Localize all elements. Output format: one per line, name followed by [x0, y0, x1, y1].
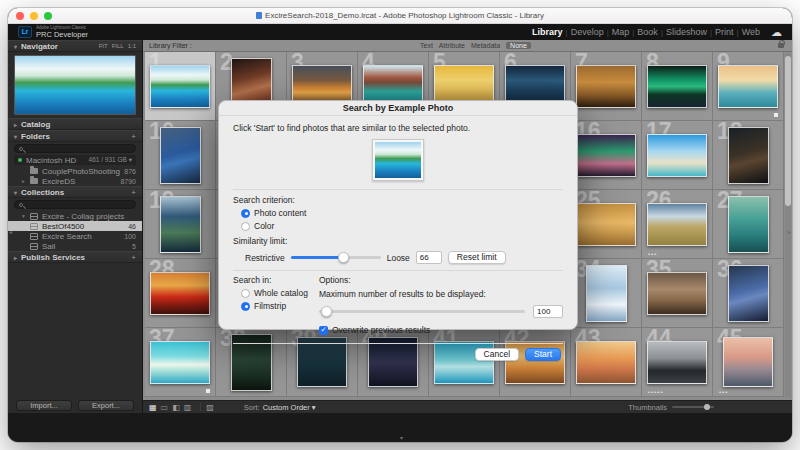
zoom-fit-option[interactable]: FIT — [99, 43, 108, 49]
folders-section-header[interactable]: ▾ Folders + — [8, 130, 142, 142]
photo-thumbnail-snowboarder[interactable] — [586, 265, 627, 322]
expand-right-panel-arrow-icon[interactable]: ▸ — [788, 228, 791, 235]
photo-thumbnail-turquoise-lake-figure[interactable] — [728, 196, 769, 253]
photo-thumbnail-aurora-borealis[interactable] — [647, 65, 707, 108]
loupe-view-icon[interactable]: ▭ — [161, 402, 169, 413]
grid-cell-16[interactable]: 16 — [571, 121, 642, 190]
grid-cell-26[interactable]: 26••• — [642, 190, 713, 259]
grid-cell-43[interactable]: 43 — [571, 328, 642, 397]
navigator-preview-image[interactable] — [14, 55, 136, 115]
add-publish-service-icon[interactable]: + — [131, 253, 136, 262]
photo-thumbnail-showroom-car[interactable] — [576, 65, 636, 108]
import-button[interactable]: Import... — [16, 400, 72, 411]
module-library[interactable]: Library — [532, 27, 563, 37]
thumbnail-size-slider[interactable] — [672, 406, 714, 408]
photo-thumbnail-blue-light-portrait[interactable] — [728, 265, 769, 322]
grid-view-icon[interactable]: ▦ — [149, 402, 157, 413]
reset-limit-button[interactable]: Reset limit — [448, 251, 506, 264]
max-results-slider[interactable] — [319, 310, 525, 313]
add-collection-icon[interactable]: + — [131, 188, 136, 197]
grid-cell-18[interactable]: 18 — [713, 121, 784, 190]
grid-cell-45[interactable]: 45••• — [713, 328, 784, 397]
radio-selected-icon[interactable] — [241, 302, 250, 311]
module-book[interactable]: Book — [637, 27, 658, 37]
module-map[interactable]: Map — [612, 27, 630, 37]
checkbox-checked-icon[interactable] — [319, 326, 328, 335]
photo-thumbnail-tropical-island[interactable] — [150, 65, 210, 108]
photo-thumbnail-sea-sunset-figure[interactable] — [718, 65, 778, 108]
zoom-1to1-option[interactable]: 1:1 — [128, 43, 136, 49]
filter-option-attribute[interactable]: Attribute — [439, 42, 465, 49]
grid-cell-36[interactable]: 36 — [713, 259, 784, 328]
publish-services-header[interactable]: ▸ Publish Services + — [8, 251, 142, 263]
collection-row[interactable]: Excire Search 100 — [8, 231, 142, 241]
grid-cell-9[interactable]: 9 — [713, 52, 784, 121]
radio-unselected-icon[interactable] — [241, 289, 250, 298]
slider-thumb[interactable] — [321, 306, 332, 317]
photo-thumbnail-man-portrait[interactable] — [728, 127, 769, 184]
filmstrip-option[interactable]: Filmstrip — [241, 301, 319, 311]
painter-icon[interactable]: ▨ — [206, 402, 214, 413]
photo-thumbnail-car-under-bridge[interactable] — [647, 341, 707, 384]
grid-cell-10[interactable]: 10 — [145, 121, 216, 190]
thumbnail-badge-icon[interactable] — [774, 113, 778, 117]
collapse-left-panel-arrow-icon[interactable]: ◂ — [9, 228, 12, 235]
slider-thumb[interactable] — [704, 404, 710, 410]
catalog-section-header[interactable]: ▸ Catalog — [8, 118, 142, 130]
cancel-button[interactable]: Cancel — [475, 348, 519, 361]
show-filmstrip-arrow-icon[interactable]: ▾ — [400, 434, 403, 441]
photo-thumbnail-red-sports-car[interactable] — [150, 272, 210, 315]
grid-cell-8[interactable]: 8 — [642, 52, 713, 121]
zoom-fill-option[interactable]: FILL — [112, 43, 124, 49]
color-option[interactable]: Color — [241, 221, 563, 231]
grid-cell-25[interactable]: 25 — [571, 190, 642, 259]
navigator-header[interactable]: ▾ Navigator FIT FILL 1:1 — [8, 40, 142, 52]
whole-catalog-option[interactable]: Whole catalog — [241, 288, 319, 298]
module-web[interactable]: Web — [742, 27, 760, 37]
disclosure-right-icon[interactable]: ▸ — [22, 178, 27, 184]
filter-option-metadata[interactable]: Metadata — [471, 42, 500, 49]
disclosure-down-icon[interactable]: ▾ — [22, 213, 27, 219]
filter-option-text[interactable]: Text — [420, 42, 433, 49]
module-slideshow[interactable]: Slideshow — [666, 27, 707, 37]
radio-unselected-icon[interactable] — [241, 222, 250, 231]
similarity-slider[interactable] — [291, 256, 381, 259]
collections-search-input[interactable] — [14, 200, 136, 209]
grid-scrollbar[interactable] — [785, 54, 791, 398]
photo-thumbnail-pink-mountain-lake[interactable] — [723, 337, 773, 387]
grid-cell-44[interactable]: 44••••• — [642, 328, 713, 397]
overwrite-option[interactable]: Overwrite previous results — [319, 325, 563, 335]
collection-row-selected[interactable]: BestOf4500 46 — [8, 221, 142, 231]
sort-value-dropdown[interactable]: Custom Order ▾ — [263, 403, 316, 412]
folder-row[interactable]: CouplePhotoShooting 876 — [8, 166, 142, 176]
collection-row[interactable]: Sail 5 — [8, 241, 142, 251]
thumbnail-badge-icon[interactable] — [206, 389, 210, 393]
collections-section-header[interactable]: ▾ Collections + — [8, 186, 142, 198]
lock-icon[interactable] — [778, 43, 784, 48]
grid-cell-27[interactable]: 27 — [713, 190, 784, 259]
photo-thumbnail-woman-glasses-portrait[interactable] — [160, 127, 201, 184]
start-button[interactable]: Start — [525, 348, 561, 361]
compare-view-icon[interactable]: ◧ — [172, 402, 180, 413]
photo-thumbnail-desert-figures[interactable] — [576, 203, 636, 246]
photo-content-option[interactable]: Photo content — [241, 208, 563, 218]
folder-row[interactable]: ▸ ExcireDS 8790 — [8, 176, 142, 186]
module-develop[interactable]: Develop — [571, 27, 604, 37]
collection-group-row[interactable]: ▾ Excire - Collag projects — [8, 211, 142, 221]
survey-view-icon[interactable]: ▥ — [184, 402, 192, 413]
volume-row[interactable]: Macintosh HD 461 / 931 GB ▾ — [14, 155, 136, 165]
filter-option-none[interactable]: None — [506, 42, 531, 49]
photo-thumbnail-palm-beach-surf[interactable] — [647, 134, 707, 177]
grid-cell-35[interactable]: 35 — [642, 259, 713, 328]
photo-thumbnail-dusk-aurora-beach[interactable] — [576, 134, 636, 177]
module-print[interactable]: Print — [715, 27, 734, 37]
grid-cell-7[interactable]: 7 — [571, 52, 642, 121]
slider-thumb[interactable] — [338, 252, 349, 263]
filmstrip-collapsed-area[interactable]: ▾ — [8, 413, 792, 442]
grid-cell-37[interactable]: 37 — [145, 328, 216, 397]
grid-cell-1[interactable]: 1 — [145, 52, 216, 121]
photo-thumbnail-fjord-cliff[interactable] — [160, 196, 201, 253]
similarity-value-input[interactable]: 66 — [416, 251, 442, 264]
photo-thumbnail-zebra-herd[interactable] — [647, 203, 707, 246]
radio-selected-icon[interactable] — [241, 209, 250, 218]
